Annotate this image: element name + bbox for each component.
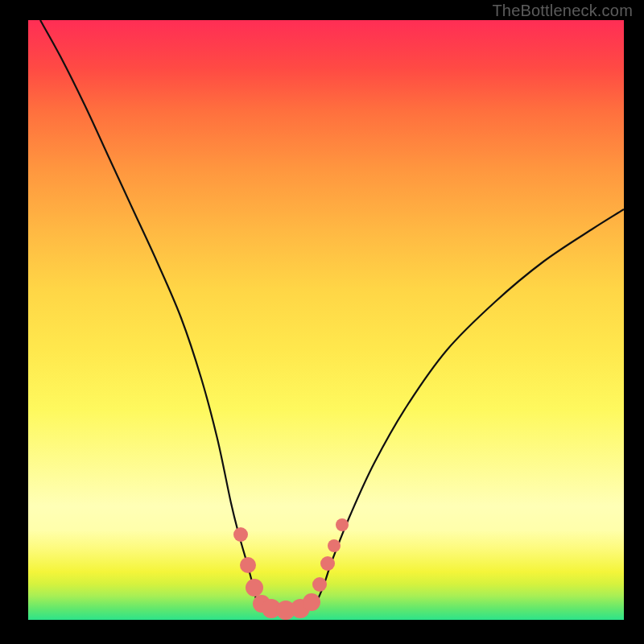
watermark-text: TheBottleneck.com [492,2,633,20]
data-marker [336,518,349,531]
data-marker [312,577,327,592]
data-marker [320,556,335,571]
data-marker [240,557,256,573]
chart-frame: TheBottleneck.com [0,0,644,644]
plot-area [28,20,624,620]
data-marker [233,527,248,542]
data-marker [328,539,341,552]
bottleneck-curve [40,20,624,612]
curve-layer [28,20,624,620]
data-marker [246,579,263,597]
marker-group [233,518,349,620]
data-marker [303,593,320,611]
